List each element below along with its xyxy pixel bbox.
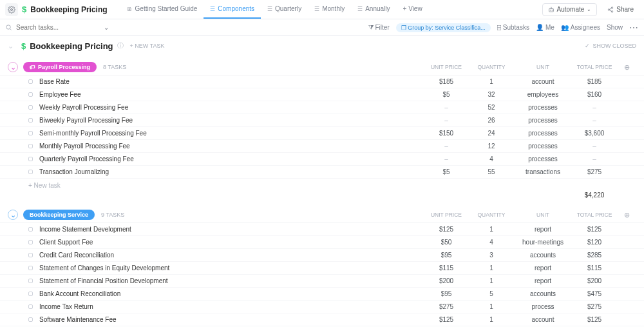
assignees-button[interactable]: 👥Assignees [561, 24, 600, 31]
col-unit[interactable]: UNIT [514, 64, 572, 70]
status-checkbox[interactable] [28, 118, 33, 123]
task-row[interactable]: Income Statement Development$1251report$… [0, 223, 644, 236]
cell-total-price[interactable]: $185 [572, 78, 617, 85]
task-name[interactable]: Biweekly Payroll Processing Fee [39, 117, 133, 124]
cell-unit-price[interactable]: $150 [424, 130, 469, 137]
subtasks-button[interactable]: ⌸Subtasks [497, 24, 529, 31]
status-checkbox[interactable] [28, 253, 33, 257]
task-name[interactable]: Software Maintenance Fee [39, 316, 117, 323]
status-checkbox[interactable] [28, 92, 33, 97]
cell-quantity[interactable]: 12 [469, 143, 514, 150]
col-quantity[interactable]: QUANTITY [469, 64, 514, 70]
cell-total-price[interactable]: $160 [572, 91, 617, 98]
task-row[interactable]: Semi-monthly Payroll Processing Fee$1502… [0, 127, 644, 140]
cell-total-price[interactable]: – [572, 117, 617, 124]
cell-unit-price[interactable]: $95 [424, 252, 469, 259]
show-closed-button[interactable]: ✓SHOW CLOSED [585, 43, 636, 49]
new-task-header-button[interactable]: + NEW TASK [130, 43, 165, 49]
settings-button[interactable] [5, 3, 18, 16]
cell-total-price[interactable]: $285 [572, 252, 617, 259]
task-name[interactable]: Income Tax Return [39, 303, 93, 310]
cell-total-price[interactable]: $275 [572, 168, 617, 175]
task-name[interactable]: Quarterly Payroll Processing Fee [39, 155, 134, 163]
cell-unit-price[interactable]: $200 [424, 277, 469, 284]
status-checkbox[interactable] [28, 79, 33, 84]
tab-getting-started[interactable]: 🗎Getting Started Guide [120, 0, 204, 19]
cell-quantity[interactable]: 3 [469, 252, 514, 259]
cell-quantity[interactable]: 1 [469, 303, 514, 310]
cell-unit-price[interactable]: $125 [424, 226, 469, 233]
tab-components[interactable]: ☰Components [204, 0, 261, 19]
new-task-row[interactable]: + New task [0, 179, 644, 192]
task-row[interactable]: Bank Account Reconciliation$955accounts$… [0, 288, 644, 301]
task-row[interactable]: Quarterly Payroll Processing Fee–4proces… [0, 153, 644, 166]
col-quantity[interactable]: QUANTITY [469, 212, 514, 218]
cell-quantity[interactable]: 1 [469, 78, 514, 85]
search-dropdown[interactable]: ⌄ [104, 24, 109, 31]
cell-quantity[interactable]: 32 [469, 91, 514, 98]
cell-total-price[interactable]: $475 [572, 290, 617, 297]
cell-unit-price[interactable]: – [424, 104, 469, 111]
add-view-button[interactable]: + View [397, 0, 429, 19]
cell-unit-price[interactable]: $95 [424, 290, 469, 297]
task-row[interactable]: Statement of Changes in Equity Developme… [0, 262, 644, 275]
collapse-group-button[interactable]: ⌄ [8, 210, 18, 220]
cell-unit[interactable]: account [514, 78, 572, 85]
list-info-icon[interactable]: ⓘ [117, 41, 124, 50]
status-checkbox[interactable] [28, 292, 33, 296]
cell-quantity[interactable]: 26 [469, 117, 514, 124]
cell-unit-price[interactable]: $185 [424, 78, 469, 85]
collapse-all-icon[interactable]: ⌄ [8, 42, 14, 50]
status-checkbox[interactable] [28, 240, 33, 244]
cell-unit-price[interactable]: $275 [424, 303, 469, 310]
cell-unit[interactable]: processes [514, 104, 572, 111]
cell-unit[interactable]: report [514, 277, 572, 284]
status-checkbox[interactable] [28, 304, 33, 309]
cell-quantity[interactable]: 5 [469, 290, 514, 297]
cell-unit[interactable]: transactions [514, 168, 572, 175]
search-input[interactable] [16, 24, 100, 31]
task-name[interactable]: Credit Card Reconciliation [39, 252, 114, 259]
task-name[interactable]: Client Support Fee [39, 239, 93, 246]
cell-quantity[interactable]: 1 [469, 277, 514, 284]
tab-quarterly[interactable]: ☰Quarterly [261, 0, 308, 19]
task-row[interactable]: Credit Card Reconciliation$953accounts$2… [0, 249, 644, 262]
cell-unit-price[interactable]: $5 [424, 168, 469, 175]
cell-unit[interactable]: report [514, 226, 572, 233]
cell-quantity[interactable]: 1 [469, 226, 514, 233]
cell-unit[interactable]: employees [514, 91, 572, 98]
groupby-pill[interactable]: ❒ Group by: Service Classifica... [396, 23, 491, 32]
cell-unit-price[interactable]: – [424, 143, 469, 150]
col-unit-price[interactable]: UNIT PRICE [424, 64, 469, 70]
add-column-button[interactable]: ⊕ [617, 63, 636, 72]
cell-unit-price[interactable]: – [424, 117, 469, 124]
cell-unit[interactable]: processes [514, 143, 572, 150]
tab-annually[interactable]: ☰Annually [351, 0, 396, 19]
cell-total-price[interactable]: $125 [572, 226, 617, 233]
collapse-group-button[interactable]: ⌄ [8, 62, 18, 72]
cell-unit-price[interactable]: $115 [424, 264, 469, 272]
group-chip[interactable]: 🏷Payroll Processing [23, 62, 97, 72]
status-checkbox[interactable] [28, 317, 33, 322]
task-name[interactable]: Transaction Journalizing [39, 168, 109, 175]
cell-unit-price[interactable]: $50 [424, 239, 469, 246]
col-total-price[interactable]: TOTAL PRICE [572, 212, 617, 218]
add-column-button[interactable]: ⊕ [617, 211, 636, 219]
status-checkbox[interactable] [28, 170, 33, 174]
status-checkbox[interactable] [28, 105, 33, 110]
automate-button[interactable]: Automate ⌄ [542, 3, 598, 16]
cell-quantity[interactable]: 52 [469, 104, 514, 111]
cell-quantity[interactable]: 24 [469, 130, 514, 137]
status-checkbox[interactable] [28, 266, 33, 270]
task-name[interactable]: Monthly Payroll Processing Fee [39, 143, 130, 150]
task-row[interactable]: Transaction Journalizing$555transactions… [0, 166, 644, 179]
cell-total-price[interactable]: $275 [572, 303, 617, 310]
task-name[interactable]: Bank Account Reconciliation [39, 290, 120, 297]
filter-button[interactable]: ⧩Filter [368, 24, 390, 32]
cell-quantity[interactable]: 4 [469, 239, 514, 246]
cell-unit[interactable]: account [514, 316, 572, 323]
group-chip[interactable]: Bookkeeping Service [23, 210, 95, 220]
share-button[interactable]: Share [602, 3, 639, 16]
cell-unit-price[interactable]: $5 [424, 91, 469, 98]
task-row[interactable]: Weekly Payroll Processing Fee–52processe… [0, 101, 644, 114]
